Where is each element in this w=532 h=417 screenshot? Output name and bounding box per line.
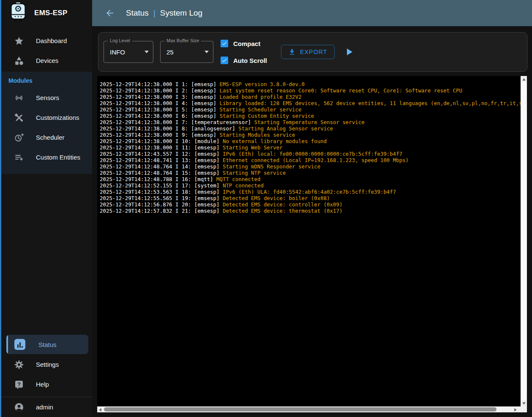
back-arrow-icon[interactable] [105,8,115,18]
log-level-value: INFO [110,49,125,56]
scroll-up-arrow-icon[interactable] [522,78,526,81]
sidebar-item-settings[interactable]: Settings [1,355,92,374]
sidebar-item-label: Custom Entities [36,154,80,161]
play-icon[interactable] [347,49,352,55]
scroll-down-arrow-icon[interactable] [522,402,526,405]
app-title: EMS-ESP [34,9,68,17]
compact-label: Compact [233,40,260,47]
export-button-label: EXPORT [300,49,327,55]
sidebar-modules-section: Modules Sensors [1,72,92,174]
gear-icon [14,360,24,370]
horizontal-scrollbar-thumb[interactable] [104,407,497,412]
modules-section-header: Modules [1,72,92,88]
bar-chart-icon [14,339,25,350]
app-logo-row: EMS-ESP [1,0,92,26]
compact-checkbox-row[interactable]: Compact [221,40,267,47]
star-icon [14,36,24,46]
download-icon [288,48,296,56]
auto-scroll-label: Auto Scroll [233,57,267,64]
log-line: 2025-12-29T14:12:38.000 I 6: [emsesp] St… [100,113,521,119]
max-buffer-value: 25 [166,49,174,56]
playlist-add-icon [14,152,24,162]
log-line: 2025-12-29T14:12:38.000 I 3: [emsesp] Lo… [100,94,521,100]
sensors-icon [14,93,24,103]
log-line: 2025-12-29T14:12:52.155 I 17: [system] N… [100,182,521,189]
log-line: 2025-12-29T14:12:38.000 I 4: [emsesp] Li… [100,100,521,106]
selected-indicator-bar [6,335,8,354]
svg-text:?: ? [17,382,21,387]
log-level-label: Log Level [108,38,132,43]
log-line: 2025-12-29T14:12:48.741 I 13: [emsesp] E… [100,157,521,163]
sidebar-item-label: Customizations [36,114,79,121]
log-lines: 2025-12-29T14:12:38.000 I 1: [emsesp] EM… [97,76,521,406]
log-line: 2025-12-29T14:12:38.000 I 11: [emsesp] S… [100,144,521,151]
horizontal-scrollbar[interactable] [97,406,527,412]
log-line: 2025-12-29T14:12:38.000 I 8: [analogsens… [100,125,521,132]
sidebar-item-label: Sensors [36,94,59,101]
compact-checkbox[interactable] [221,40,228,47]
sidebar-item-scheduler[interactable]: Scheduler [1,127,92,147]
log-line: 2025-12-29T14:12:55.565 I 19: [emsesp] D… [100,195,521,201]
more-time-icon [14,133,24,143]
sidebar-item-help[interactable]: ? Help [1,374,92,394]
log-line: 2025-12-29T14:12:53.563 I 18: [emsesp] I… [100,189,521,195]
sidebar-item-custom-entities[interactable]: Custom Entities [1,147,92,167]
auto-scroll-checkbox[interactable] [221,57,228,64]
page-title: System Log [160,8,202,18]
sidebar-item-label: Devices [36,57,58,64]
sidebar-item-status[interactable]: Status [6,335,88,354]
account-circle-icon [14,402,24,412]
vertical-scrollbar-thumb[interactable] [521,82,527,400]
ems-esp-app: EMS-ESP Dashboard De [0,0,532,417]
log-line: 2025-12-29T14:12:57.832 I 21: [emsesp] D… [100,208,521,214]
sidebar-item-label: Dashboard [36,37,67,44]
scroll-left-arrow-icon[interactable] [99,408,101,412]
log-line: 2025-12-29T14:12:48.788 I 16: [mqtt] MQT… [100,176,521,182]
log-line: 2025-12-29T14:12:43.557 I 12: [emsesp] I… [100,151,521,157]
log-line: 2025-12-29T14:12:56.876 I 20: [emsesp] D… [100,201,521,208]
sidebar-item-label: Scheduler [36,134,65,141]
user-label: admin [36,403,53,411]
log-line: 2025-12-29T14:12:38.000 I 2: [emsesp] La… [100,87,521,94]
sidebar-item-sensors[interactable]: Sensors [1,88,92,108]
log-toolbar: Log Level INFO Max Buffer Size 25 Compac… [98,32,527,72]
vertical-scrollbar[interactable] [521,76,527,406]
auto-scroll-checkbox-row[interactable]: Auto Scroll [221,57,267,64]
chevron-down-icon [205,51,209,53]
system-log-panel: 2025-12-29T14:12:38.000 I 1: [emsesp] EM… [97,76,527,412]
log-line: 2025-12-29T14:12:38.000 I 5: [emsesp] St… [100,106,521,113]
sidebar: EMS-ESP Dashboard De [1,0,92,417]
checkbox-group: Compact Auto Scroll [221,40,267,64]
log-line: 2025-12-29T14:12:48.764 I 15: [emsesp] S… [100,170,521,176]
sidebar-item-label: Settings [36,361,59,368]
breadcrumb-separator: | [153,8,156,18]
sidebar-item-customizations[interactable]: Customizations [1,108,92,127]
sidebar-item-dashboard[interactable]: Dashboard [1,31,92,51]
sidebar-spacer [1,174,92,335]
max-buffer-label: Max Buffer Size [164,38,201,43]
max-buffer-select[interactable]: Max Buffer Size 25 [160,41,213,63]
log-line: 2025-12-29T14:12:38.000 I 10: [module] N… [100,138,521,144]
export-button[interactable]: EXPORT [281,45,335,59]
log-line: 2025-12-29T14:12:48.764 I 14: [emsesp] S… [100,163,521,170]
log-line: 2025-12-29T14:12:38.000 I 7: [temperatur… [100,119,521,125]
construction-icon [14,113,24,123]
sidebar-item-admin[interactable]: admin [1,397,92,417]
log-level-select[interactable]: Log Level INFO [104,41,153,63]
sidebar-nav-top: Dashboard Devices [1,26,92,70]
window-edge-accent [0,0,1,417]
scroll-right-arrow-icon[interactable] [514,408,517,412]
boiler-logo-icon [9,2,27,24]
chevron-down-icon [145,51,149,53]
sidebar-item-label: Status [38,341,57,348]
help-icon: ? [14,379,24,390]
app-bar: Status | System Log [92,0,532,26]
sidebar-item-label: Help [36,381,49,388]
log-line: 2025-12-29T14:12:38.000 I 9: [emsesp] St… [100,132,521,138]
sidebar-item-devices[interactable]: Devices [1,51,92,70]
breadcrumb-section: Status [126,8,149,18]
category-icon [14,56,24,66]
log-line: 2025-12-29T14:12:38.000 I 1: [emsesp] EM… [100,81,521,87]
